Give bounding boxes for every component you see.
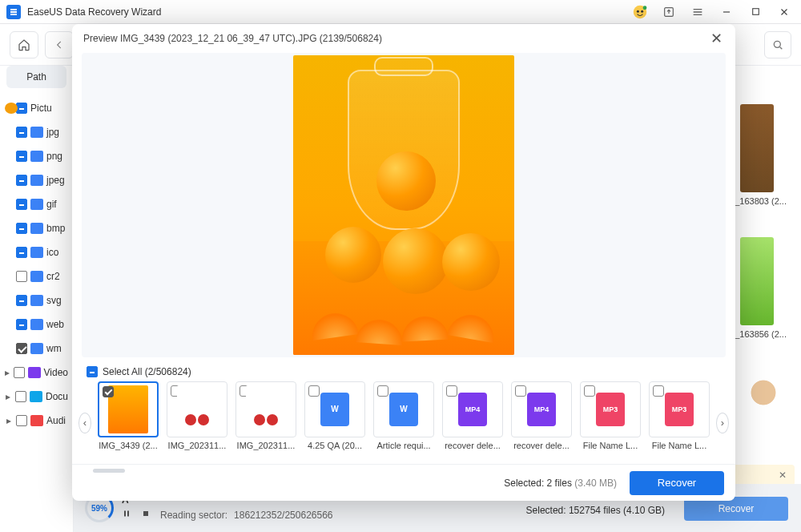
back-button[interactable] — [45, 31, 74, 58]
thumbnail-label: IMG_202311... — [234, 441, 298, 450]
word-file-icon: W — [389, 393, 418, 426]
tree-checkbox[interactable] — [15, 391, 26, 402]
caret-icon: ▸ — [5, 369, 10, 377]
thumbnail[interactable]: MP3 — [649, 381, 710, 437]
selected-info: Selected: 2 files (3.40 MB) — [504, 478, 617, 489]
stop-icon[interactable] — [141, 509, 154, 522]
tree-checkbox[interactable] — [16, 223, 27, 234]
thumbnail-checkbox[interactable] — [308, 385, 320, 397]
tree-checkbox[interactable] — [16, 271, 27, 282]
grid-thumbnail[interactable] — [740, 104, 774, 192]
tree-row[interactable]: bmp — [5, 216, 68, 240]
tree-row[interactable]: png — [5, 144, 68, 168]
tree-checkbox[interactable] — [16, 127, 27, 138]
tree-row[interactable]: gif — [5, 192, 68, 216]
tree-label: svg — [46, 295, 62, 306]
app-logo — [6, 5, 21, 19]
strip-scrollbar[interactable] — [93, 469, 125, 473]
search-button[interactable] — [764, 31, 791, 58]
strip-next-button[interactable]: › — [716, 413, 729, 433]
folder-icon — [30, 127, 43, 138]
thumbnail[interactable] — [98, 381, 159, 437]
folder-icon — [30, 319, 43, 330]
account-icon[interactable] — [633, 5, 647, 19]
maximize-button[interactable] — [748, 5, 763, 19]
thumbnail-checkbox[interactable] — [515, 385, 526, 397]
modal-footer: Selected: 2 files (3.40 MB) Recover — [72, 464, 735, 501]
tree-checkbox[interactable] — [16, 199, 27, 210]
tree-row[interactable]: ico — [5, 240, 68, 264]
svg-rect-11 — [127, 511, 129, 517]
tree-checkbox[interactable] — [14, 367, 25, 378]
thumbnail[interactable] — [167, 381, 227, 437]
mp4-file-icon: MP4 — [458, 393, 487, 426]
modal-close-button[interactable]: ✕ — [708, 30, 724, 46]
tree-row[interactable]: jpeg — [5, 168, 68, 192]
thumbnail[interactable]: MP3 — [580, 381, 641, 437]
tree-checkbox[interactable] — [16, 247, 27, 258]
strip-prev-button[interactable]: ‹ — [78, 413, 91, 433]
tree-row[interactable]: svg — [5, 288, 68, 312]
tree-checkbox[interactable] — [16, 319, 27, 330]
folder-icon — [30, 223, 43, 234]
tree-row[interactable]: cr2 — [5, 264, 68, 288]
tree-label: jpeg — [46, 175, 65, 186]
thumbnail-label: File Name L... — [578, 441, 642, 450]
tree-row[interactable]: wm — [5, 337, 68, 361]
tree-checkbox[interactable] — [16, 415, 27, 426]
thumbnail[interactable]: W — [304, 381, 365, 437]
thumbnail-checkbox[interactable] — [584, 385, 595, 397]
thumbnail-label: IMG_202311... — [165, 441, 229, 450]
grid-thumbnail-label: _163803 (2... — [735, 196, 787, 206]
thumbnail-checkbox[interactable] — [653, 385, 664, 397]
pause-icon[interactable] — [122, 509, 135, 522]
svg-point-3 — [643, 6, 647, 10]
menu-icon[interactable] — [690, 5, 705, 19]
thumbnail[interactable]: W — [373, 381, 434, 437]
tree-row[interactable]: ▸Pictu — [5, 96, 68, 120]
folder-icon — [28, 367, 41, 378]
folder-icon — [30, 151, 43, 162]
thumbnail-checkbox[interactable] — [446, 385, 457, 397]
recover-button[interactable]: Recover — [630, 471, 724, 495]
close-button[interactable] — [777, 5, 791, 19]
tree-row[interactable]: web — [5, 312, 68, 337]
reading-sector-label: Reading sector: — [160, 510, 227, 521]
share-icon[interactable] — [662, 5, 676, 19]
tree-label: wm — [46, 343, 62, 354]
thumbnail-checkbox[interactable] — [103, 386, 114, 397]
tree-row[interactable]: jpg — [5, 120, 68, 144]
tree-label: cr2 — [46, 271, 60, 282]
image-icon — [177, 385, 217, 433]
select-all-checkbox[interactable] — [87, 366, 98, 377]
tree-label: bmp — [46, 223, 65, 234]
thumbnail[interactable]: MP4 — [442, 381, 503, 437]
home-button[interactable] — [10, 31, 38, 58]
thumbnail[interactable] — [235, 381, 296, 437]
tree-checkbox[interactable] — [16, 175, 27, 186]
tree-checkbox[interactable] — [16, 151, 27, 162]
tree-checkbox[interactable] — [16, 343, 27, 354]
grid-thumbnail[interactable] — [740, 237, 774, 325]
tree-row[interactable]: ▸Docu — [5, 385, 68, 409]
info-banner-close[interactable]: ✕ — [779, 470, 787, 481]
tree-row[interactable]: ▸Audi — [5, 409, 68, 433]
tree-row[interactable]: ▸Video — [5, 361, 68, 385]
mp3-file-icon: MP3 — [665, 393, 694, 426]
thumbnail[interactable]: MP4 — [511, 381, 572, 437]
folder-icon — [5, 103, 18, 114]
tree-label: Audi — [46, 415, 66, 426]
app-title: EaseUS Data Recovery Wizard — [27, 6, 633, 18]
tree-checkbox[interactable] — [16, 103, 27, 114]
thumbnail-checkbox[interactable] — [377, 385, 388, 397]
select-all-row[interactable]: Select All (2/506824) — [72, 362, 735, 381]
thumbnail-label: recover dele... — [509, 441, 574, 450]
minimize-button[interactable] — [719, 5, 734, 19]
preview-image — [293, 55, 514, 355]
path-tab[interactable]: Path — [6, 66, 66, 88]
thumbnail-label: 4.25 QA (20... — [303, 441, 367, 450]
thumbnail-label: IMG_3439 (2... — [96, 441, 160, 450]
tree-checkbox[interactable] — [16, 295, 27, 306]
grid-thumbnail[interactable] — [740, 373, 787, 405]
caret-icon: ▸ — [5, 393, 12, 401]
